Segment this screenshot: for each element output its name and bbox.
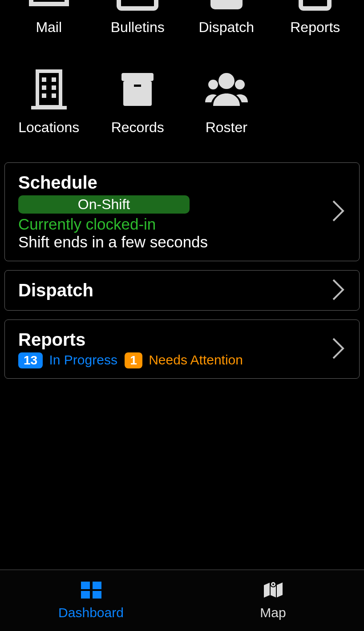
svg-rect-16 [52,85,56,90]
needs-attention-badge: 1 [125,352,142,368]
bottom-nav: Dashboard Map [0,570,364,631]
svg-rect-27 [81,591,90,599]
svg-rect-19 [121,73,154,81]
locations-icon [27,68,71,114]
tile-reports[interactable]: Reports [271,0,360,36]
schedule-status-pill: On-Shift [18,195,190,214]
svg-rect-17 [42,93,46,98]
svg-point-22 [218,73,235,89]
svg-rect-14 [52,77,56,82]
tile-roster[interactable]: Roster [182,53,271,136]
in-progress-label: In Progress [49,352,117,367]
schedule-status-line: Currently clocked-in [18,215,346,233]
svg-rect-21 [134,85,141,87]
svg-rect-7 [301,0,329,8]
nav-dashboard-label: Dashboard [58,605,124,620]
nav-map-label: Map [260,605,286,620]
svg-rect-6 [210,0,243,9]
reports-icon [293,0,337,14]
tile-bulletins[interactable]: Bulletins [93,0,182,36]
dispatch-card[interactable]: Dispatch [4,270,360,311]
nav-map[interactable]: Map [182,570,364,631]
chevron-right-icon [331,198,347,225]
svg-rect-25 [81,582,90,589]
schedule-sub-line: Shift ends in a few seconds [18,233,346,251]
tile-records-label: Records [111,119,164,136]
dispatch-icon [204,0,249,14]
tile-dispatch[interactable]: Dispatch [182,0,271,36]
svg-rect-15 [42,85,46,90]
app-tiles-row-2: Locations Records Roster [0,53,364,136]
tile-locations[interactable]: Locations [4,53,93,136]
mail-icon [27,0,71,14]
map-icon [261,581,285,603]
svg-rect-18 [52,93,56,98]
svg-rect-26 [93,582,101,589]
tile-mail[interactable]: Mail [4,0,93,36]
tile-roster-label: Roster [206,119,247,136]
chevron-right-icon [331,336,347,363]
bulletins-icon [115,0,160,14]
svg-point-24 [235,80,245,89]
schedule-title: Schedule [18,173,346,193]
tile-records[interactable]: Records [93,53,182,136]
tile-dispatch-label: Dispatch [199,19,255,36]
svg-rect-0 [119,0,156,8]
chevron-right-icon [331,277,347,304]
needs-attention-label: Needs Attention [149,352,243,367]
svg-rect-12 [31,106,67,109]
tile-bulletins-label: Bulletins [111,19,165,36]
svg-point-23 [208,80,218,89]
svg-point-30 [272,583,274,585]
reports-badges: 13 In Progress 1 Needs Attention [18,352,346,368]
dispatch-title: Dispatch [18,280,346,300]
app-tiles-row-1: Mail Bulletins Dispatch Reports [0,0,364,36]
cards-section: Schedule On-Shift Currently clocked-in S… [0,162,364,379]
tile-reports-label: Reports [290,19,340,36]
reports-title: Reports [18,330,346,350]
records-icon [115,68,160,114]
svg-rect-11 [37,71,61,107]
dashboard-icon [79,581,103,603]
svg-rect-28 [93,591,101,599]
tile-locations-label: Locations [18,119,79,136]
reports-card[interactable]: Reports 13 In Progress 1 Needs Attention [4,320,360,379]
svg-rect-13 [42,77,46,82]
roster-icon [204,68,249,114]
in-progress-badge: 13 [18,352,43,368]
schedule-card[interactable]: Schedule On-Shift Currently clocked-in S… [4,162,360,261]
nav-dashboard[interactable]: Dashboard [0,570,182,631]
tile-mail-label: Mail [36,19,62,36]
